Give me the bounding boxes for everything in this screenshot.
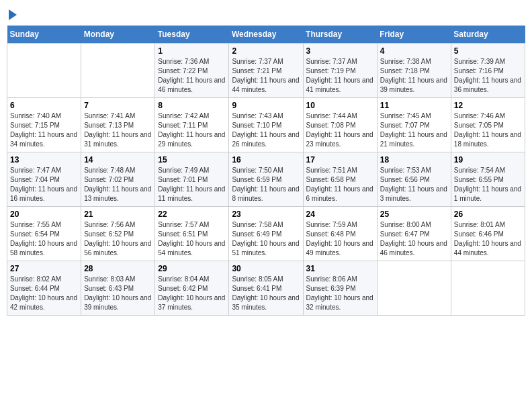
sunrise-text: Sunrise: 7:48 AM — [84, 167, 135, 174]
day-number: 3 — [306, 46, 374, 56]
daylight-text: Daylight: 11 hours and 36 minutes. — [454, 77, 521, 93]
sunrise-text: Sunrise: 7:43 AM — [232, 112, 283, 120]
daylight-text: Daylight: 10 hours and 56 minutes. — [84, 240, 151, 257]
day-number: 19 — [454, 155, 522, 165]
daylight-text: Daylight: 10 hours and 42 minutes. — [10, 294, 77, 311]
day-info: Sunrise: 8:06 AM Sunset: 6:39 PM Dayligh… — [306, 275, 374, 312]
day-number: 10 — [306, 101, 374, 110]
day-info: Sunrise: 7:44 AM Sunset: 7:08 PM Dayligh… — [306, 111, 374, 149]
sunset-text: Sunset: 7:10 PM — [232, 122, 281, 129]
sunrise-text: Sunrise: 7:50 AM — [232, 167, 283, 174]
daylight-text: Daylight: 11 hours and 13 minutes. — [84, 185, 151, 202]
calendar-cell — [7, 44, 81, 98]
sunset-text: Sunset: 6:59 PM — [232, 176, 281, 183]
sunset-text: Sunset: 7:05 PM — [454, 122, 504, 129]
calendar-cell: 1 Sunrise: 7:36 AM Sunset: 7:22 PM Dayli… — [155, 44, 229, 98]
sunrise-text: Sunrise: 7:39 AM — [454, 58, 505, 65]
sunrise-text: Sunrise: 7:53 AM — [380, 167, 431, 174]
sunrise-text: Sunrise: 8:02 AM — [10, 275, 61, 283]
day-number: 25 — [380, 210, 448, 219]
daylight-text: Daylight: 11 hours and 41 minutes. — [306, 77, 373, 93]
day-info: Sunrise: 7:56 AM Sunset: 6:52 PM Dayligh… — [84, 220, 152, 258]
sunrise-text: Sunrise: 7:38 AM — [380, 58, 431, 65]
sunset-text: Sunset: 7:07 PM — [380, 122, 430, 129]
calendar-cell: 15 Sunrise: 7:49 AM Sunset: 7:01 PM Dayl… — [155, 152, 229, 207]
day-number: 18 — [380, 155, 448, 165]
day-number: 30 — [232, 264, 300, 273]
day-number: 14 — [84, 155, 152, 165]
calendar-cell: 9 Sunrise: 7:43 AM Sunset: 7:10 PM Dayli… — [229, 98, 303, 152]
sunset-text: Sunset: 6:56 PM — [380, 176, 430, 183]
calendar-cell: 14 Sunrise: 7:48 AM Sunset: 7:02 PM Dayl… — [81, 152, 155, 207]
day-info: Sunrise: 8:05 AM Sunset: 6:41 PM Dayligh… — [232, 275, 300, 312]
sunset-text: Sunset: 6:44 PM — [10, 285, 60, 292]
header-tuesday: Tuesday — [155, 26, 229, 44]
day-info: Sunrise: 8:03 AM Sunset: 6:43 PM Dayligh… — [84, 275, 152, 312]
sunrise-text: Sunrise: 7:42 AM — [158, 112, 209, 120]
daylight-text: Daylight: 10 hours and 49 minutes. — [306, 240, 373, 257]
sunrise-text: Sunrise: 7:41 AM — [84, 112, 135, 120]
daylight-text: Daylight: 11 hours and 29 minutes. — [158, 131, 225, 148]
calendar-week-row: 20 Sunrise: 7:55 AM Sunset: 6:54 PM Dayl… — [7, 207, 525, 261]
calendar-cell: 19 Sunrise: 7:54 AM Sunset: 6:55 PM Dayl… — [451, 152, 525, 207]
daylight-text: Daylight: 10 hours and 54 minutes. — [158, 240, 225, 257]
calendar-cell: 27 Sunrise: 8:02 AM Sunset: 6:44 PM Dayl… — [7, 261, 81, 316]
sunset-text: Sunset: 7:02 PM — [84, 176, 134, 183]
sunrise-text: Sunrise: 8:04 AM — [158, 275, 209, 283]
daylight-text: Daylight: 11 hours and 3 minutes. — [380, 185, 447, 202]
day-number: 2 — [232, 46, 300, 56]
day-number: 24 — [306, 210, 374, 219]
day-number: 27 — [10, 264, 78, 273]
sunrise-text: Sunrise: 7:56 AM — [84, 221, 135, 228]
daylight-text: Daylight: 10 hours and 35 minutes. — [232, 294, 299, 311]
sunset-text: Sunset: 6:39 PM — [306, 285, 356, 292]
sunset-text: Sunset: 7:08 PM — [306, 122, 356, 129]
day-number: 16 — [232, 155, 300, 165]
day-number: 22 — [158, 210, 226, 219]
day-number: 5 — [454, 46, 522, 56]
daylight-text: Daylight: 11 hours and 46 minutes. — [158, 77, 225, 93]
sunset-text: Sunset: 6:42 PM — [158, 285, 208, 292]
calendar-cell: 29 Sunrise: 8:04 AM Sunset: 6:42 PM Dayl… — [155, 261, 229, 316]
header-sunday: Sunday — [7, 26, 81, 44]
calendar-cell: 13 Sunrise: 7:47 AM Sunset: 7:04 PM Dayl… — [7, 152, 81, 207]
day-info: Sunrise: 7:45 AM Sunset: 7:07 PM Dayligh… — [380, 111, 448, 149]
day-info: Sunrise: 7:48 AM Sunset: 7:02 PM Dayligh… — [84, 166, 152, 203]
day-number: 4 — [380, 46, 448, 56]
sunrise-text: Sunrise: 7:44 AM — [306, 112, 357, 120]
day-info: Sunrise: 7:55 AM Sunset: 6:54 PM Dayligh… — [10, 220, 78, 258]
sunrise-text: Sunrise: 7:47 AM — [10, 167, 61, 174]
calendar-cell: 28 Sunrise: 8:03 AM Sunset: 6:43 PM Dayl… — [81, 261, 155, 316]
sunset-text: Sunset: 6:51 PM — [158, 230, 208, 238]
calendar-cell: 4 Sunrise: 7:38 AM Sunset: 7:18 PM Dayli… — [377, 44, 451, 98]
calendar-cell: 3 Sunrise: 7:37 AM Sunset: 7:19 PM Dayli… — [303, 44, 377, 98]
calendar-cell — [81, 44, 155, 98]
sunset-text: Sunset: 7:19 PM — [306, 67, 356, 75]
calendar-cell: 7 Sunrise: 7:41 AM Sunset: 7:13 PM Dayli… — [81, 98, 155, 152]
sunset-text: Sunset: 6:54 PM — [10, 230, 60, 238]
header-thursday: Thursday — [303, 26, 377, 44]
day-number: 26 — [454, 210, 522, 219]
sunset-text: Sunset: 7:18 PM — [380, 67, 430, 75]
day-info: Sunrise: 7:53 AM Sunset: 6:56 PM Dayligh… — [380, 166, 448, 203]
day-number: 29 — [158, 264, 226, 273]
sunrise-text: Sunrise: 7:58 AM — [232, 221, 283, 228]
sunrise-text: Sunrise: 7:37 AM — [232, 58, 283, 65]
daylight-text: Daylight: 10 hours and 44 minutes. — [454, 240, 521, 257]
sunset-text: Sunset: 6:46 PM — [454, 230, 504, 238]
day-info: Sunrise: 7:49 AM Sunset: 7:01 PM Dayligh… — [158, 166, 226, 203]
day-info: Sunrise: 7:51 AM Sunset: 6:58 PM Dayligh… — [306, 166, 374, 203]
calendar-cell: 31 Sunrise: 8:06 AM Sunset: 6:39 PM Dayl… — [303, 261, 377, 316]
calendar-cell: 24 Sunrise: 7:59 AM Sunset: 6:48 PM Dayl… — [303, 207, 377, 261]
sunrise-text: Sunrise: 7:45 AM — [380, 112, 431, 120]
daylight-text: Daylight: 11 hours and 34 minutes. — [10, 131, 77, 148]
daylight-text: Daylight: 11 hours and 8 minutes. — [232, 185, 299, 202]
day-info: Sunrise: 7:41 AM Sunset: 7:13 PM Dayligh… — [84, 111, 152, 149]
sunset-text: Sunset: 7:22 PM — [158, 67, 208, 75]
day-info: Sunrise: 8:02 AM Sunset: 6:44 PM Dayligh… — [10, 275, 78, 312]
sunset-text: Sunset: 6:55 PM — [454, 176, 504, 183]
daylight-text: Daylight: 11 hours and 23 minutes. — [306, 131, 373, 148]
daylight-text: Daylight: 11 hours and 6 minutes. — [306, 185, 373, 202]
daylight-text: Daylight: 10 hours and 39 minutes. — [84, 294, 151, 311]
sunrise-text: Sunrise: 7:54 AM — [454, 167, 505, 174]
